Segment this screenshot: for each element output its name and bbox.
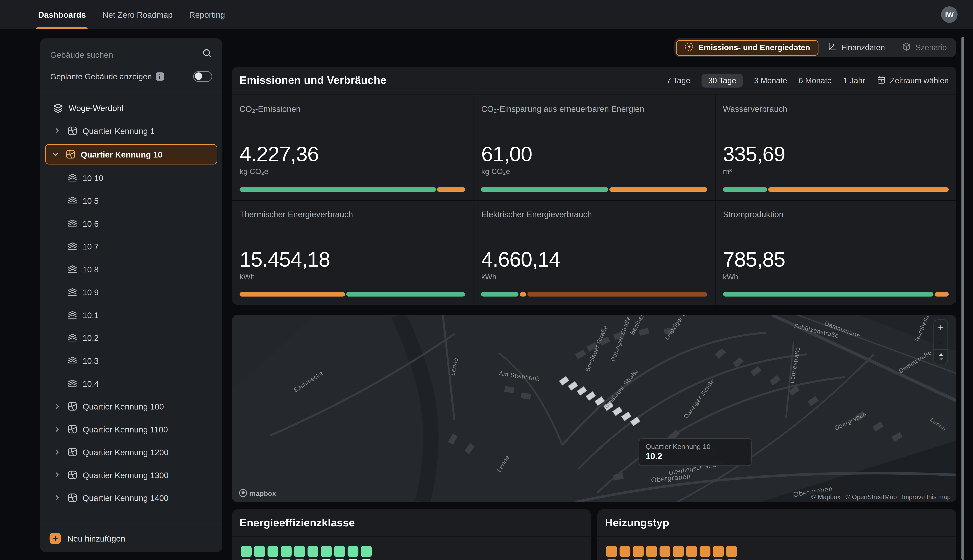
- tree-item-10-4[interactable]: 10.4: [44, 372, 219, 395]
- chevron-right-icon[interactable]: [53, 470, 62, 480]
- tree-item-10-5[interactable]: 10 5: [44, 189, 219, 212]
- attrib-mapbox[interactable]: © Mapbox: [811, 493, 840, 500]
- unit-square-orange: [620, 559, 630, 560]
- tree-item-10-6[interactable]: 10 6: [44, 212, 219, 235]
- add-new-button[interactable]: + Neu hinzufügen: [40, 524, 222, 552]
- kpi-label: Stromproduktion: [723, 209, 949, 219]
- zoom-in-button[interactable]: +: [934, 320, 948, 335]
- view-button-finanzdaten[interactable]: Finanzdaten: [820, 40, 893, 56]
- quartier-icon: [67, 401, 78, 412]
- nav-tab-reporting[interactable]: Reporting: [189, 0, 225, 29]
- chevron-down-icon[interactable]: [51, 150, 60, 159]
- tree-item-10-1[interactable]: 10.1: [44, 303, 219, 327]
- range-1-jahr[interactable]: 1 Jahr: [843, 76, 865, 85]
- bar-segment-orange: [520, 292, 526, 297]
- tree-item-quartier-kennung-1200[interactable]: Quartier Kennung 1200: [44, 441, 219, 463]
- view-button-emissions-und-energiedaten[interactable]: Emissions- und Energiedaten: [676, 40, 819, 56]
- attrib-osm[interactable]: © OpenStreetMap: [846, 493, 897, 500]
- range-30-tage[interactable]: 30 Tage: [702, 74, 742, 88]
- unit-square-green: [294, 546, 305, 557]
- unit-square-orange: [633, 559, 644, 560]
- kpi-label: CO₂-Einsparung aus erneuerbaren Energien: [481, 104, 707, 114]
- tree-item-10-9[interactable]: 10 9: [44, 281, 219, 303]
- tree-item-quartier-kennung-100[interactable]: Quartier Kennung 100: [44, 395, 219, 418]
- unit-square-orange: [686, 559, 697, 560]
- unit-square-green: [334, 546, 345, 557]
- finance-chart-icon: [827, 42, 837, 53]
- bar-segment-green: [481, 187, 608, 192]
- chevron-right-icon[interactable]: [53, 448, 62, 457]
- sidebar-header: Gebäude suchen Geplante Gebäude anzeigen…: [40, 38, 222, 91]
- kpi-grid: CO₂-Emissionen4.227,36kg CO₂eCO₂-Einspar…: [232, 95, 956, 305]
- tree-item-label: Quartier Kennung 1: [82, 126, 155, 135]
- planned-buildings-toggle[interactable]: [193, 71, 212, 82]
- unit-square-orange: [659, 546, 670, 557]
- quartier-icon: [67, 424, 78, 434]
- bar-segment-orange: [437, 187, 465, 192]
- bar-segment-green: [346, 292, 465, 297]
- tree-item-quartier-kennung-1100[interactable]: Quartier Kennung 1100: [44, 418, 219, 441]
- card-title: Heizungstyp: [605, 517, 669, 529]
- card-title: Energieeffizienzklasse: [239, 517, 355, 529]
- kpi-tile-stromproduktion: Stromproduktion785,85kWh: [716, 200, 956, 305]
- range-custom[interactable]: Zeitraum wählen: [877, 75, 949, 86]
- zoom-out-button[interactable]: −: [934, 335, 948, 349]
- kpi-label: Elektrischer Energieverbrauch: [481, 209, 707, 219]
- range-3-monate[interactable]: 3 Monate: [754, 76, 787, 85]
- nav-tab-dashboards[interactable]: Dashboards: [38, 0, 86, 29]
- mapbox-icon: [239, 489, 247, 497]
- kpi-tile-thermischer-energieverbrauch: Thermischer Energieverbrauch15.454,18kWh: [232, 200, 473, 305]
- tilt-arrows-icon: [937, 352, 945, 361]
- user-avatar[interactable]: IW: [941, 7, 958, 23]
- tree-item-label: Quartier Kennung 1300: [82, 470, 168, 480]
- tooltip-building: 10.2: [646, 452, 745, 461]
- bar-segment-green: [239, 187, 436, 192]
- tree-item-woge-werdohl[interactable]: Woge-Werdohl: [44, 97, 219, 119]
- tilt-control[interactable]: [934, 349, 948, 364]
- chevron-right-icon[interactable]: [53, 127, 62, 135]
- tree-item-quartier-kennung-1[interactable]: Quartier Kennung 1: [44, 119, 219, 142]
- building-icon: [67, 378, 78, 388]
- tree-item-10-3[interactable]: 10.3: [44, 349, 219, 372]
- tree-item-quartier-kennung-10[interactable]: Quartier Kennung 10: [45, 144, 217, 164]
- quartier-icon: [67, 447, 78, 457]
- kpi-tile-co-emissionen: CO₂-Emissionen4.227,36kg CO₂e: [232, 95, 473, 200]
- view-button-szenario[interactable]: Szenario: [894, 40, 954, 56]
- search-icon[interactable]: [202, 48, 212, 61]
- attrib-improve[interactable]: Improve this map: [902, 493, 950, 500]
- tree-item-quartier-kennung-1300[interactable]: Quartier Kennung 1300: [44, 463, 219, 487]
- range-6-monate[interactable]: 6 Monate: [799, 76, 832, 85]
- kpi-unit: m³: [723, 167, 732, 176]
- building-search-input[interactable]: Gebäude suchen: [50, 46, 212, 63]
- tooltip-quartier: Quartier Kennung 10: [646, 443, 745, 450]
- tree-item-label: Quartier Kennung 1400: [82, 493, 168, 503]
- plus-icon: +: [50, 533, 61, 544]
- info-icon[interactable]: i: [155, 72, 164, 80]
- range-7-tage[interactable]: 7 Tage: [667, 76, 690, 85]
- mapbox-logo[interactable]: mapbox: [239, 489, 276, 497]
- chevron-right-icon[interactable]: [53, 402, 62, 411]
- page-scrollbar[interactable]: [961, 37, 964, 560]
- tree-item-label: 10 10: [82, 173, 103, 183]
- unit-square-green: [308, 546, 318, 557]
- unit-square-light: [361, 559, 371, 560]
- kpi-progress-bar: [481, 292, 707, 297]
- time-range-selector: 7 Tage30 Tage3 Monate6 Monate1 JahrZeitr…: [667, 74, 949, 88]
- tree-item-10-7[interactable]: 10 7: [44, 235, 219, 258]
- quartier-icon: [67, 126, 78, 136]
- tree-item-10-10[interactable]: 10 10: [44, 167, 219, 189]
- kpi-progress-bar: [481, 187, 707, 192]
- tree-item-10-8[interactable]: 10 8: [44, 258, 219, 281]
- kpi-progress-bar: [723, 292, 949, 297]
- tree-item-10-2[interactable]: 10.2: [44, 326, 219, 349]
- chevron-right-icon[interactable]: [53, 425, 62, 433]
- chevron-right-icon[interactable]: [53, 493, 62, 502]
- kpi-value: 785,85: [723, 247, 785, 272]
- map-canvas[interactable]: EschmeckeLenneAm SteinbrinkBreslauer Str…: [232, 315, 956, 502]
- tree-item-quartier-kennung-1400[interactable]: Quartier Kennung 1400: [44, 486, 219, 509]
- square-row: [606, 559, 947, 560]
- unit-square-green: [361, 546, 371, 557]
- tree-item-label: Woge-Werdohl: [69, 103, 124, 113]
- nav-tab-net-zero-roadmap[interactable]: Net Zero Roadmap: [102, 0, 172, 29]
- unit-square-orange: [700, 559, 710, 560]
